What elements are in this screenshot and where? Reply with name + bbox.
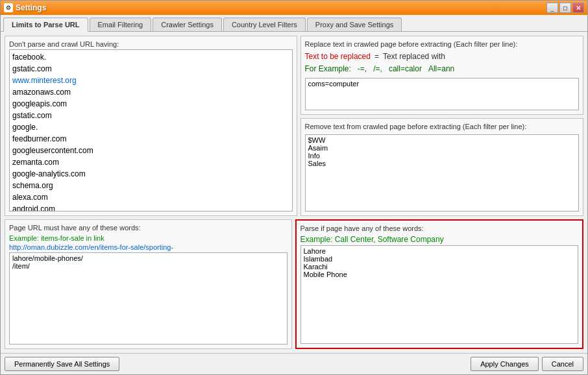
page-url-textarea[interactable]: lahore/mobile-phones/ /item/: [9, 252, 288, 345]
list-item: gstatic.com: [12, 110, 289, 121]
main-panels: Don't parse and crawl URL having: facebo…: [5, 36, 583, 216]
list-item: schema.org: [12, 180, 289, 191]
title-bar-left: ⚙ Settings: [4, 3, 46, 12]
tab-crawler-settings[interactable]: Crawler Settings: [153, 18, 222, 31]
tabs-bar: Limits to Parse URL Email Filtering Craw…: [1, 15, 587, 32]
settings-window: ⚙ Settings _ □ ✕ Limits to Parse URL Ema…: [0, 0, 588, 375]
page-url-example-label: Example: items-for-sale in link: [9, 234, 288, 242]
maximize-button[interactable]: □: [559, 3, 571, 13]
footer-left: Permanently Save All Settings: [5, 357, 119, 371]
dont-parse-title: Don't parse and crawl URL having:: [9, 40, 293, 48]
remove-section: Remove text from crawled page before ext…: [300, 118, 584, 216]
window-title: Settings: [16, 3, 46, 12]
tab-country-level-filters[interactable]: Country Level Filters: [223, 18, 306, 31]
title-bar-buttons: _ □ ✕: [546, 3, 584, 13]
page-url-section: Page URL must have any of these words: E…: [5, 219, 292, 349]
title-bar: ⚙ Settings _ □ ✕: [1, 1, 587, 15]
list-item: googleusercontent.com: [12, 145, 289, 156]
example-3: call=calor: [389, 64, 422, 73]
list-item: android.com: [12, 203, 289, 212]
right-panels: Replace text in crawled page before extr…: [300, 36, 584, 216]
parse-if-title: Parse if page have any of these words:: [300, 224, 579, 232]
save-all-button[interactable]: Permanently Save All Settings: [5, 357, 119, 371]
remove-textarea[interactable]: $WW Asaim Info Sales: [305, 134, 580, 212]
close-button[interactable]: ✕: [572, 3, 584, 13]
replace-header: Replace text in crawled page before extr…: [305, 40, 580, 48]
tab-limits-to-parse-url[interactable]: Limits to Parse URL: [3, 18, 88, 32]
list-item: amazonaws.com: [12, 86, 289, 98]
dont-parse-list[interactable]: facebook. gstatic.com www.minterest.org …: [9, 49, 293, 212]
list-item: google-analytics.com: [12, 168, 289, 180]
apply-changes-button[interactable]: Apply Changes: [471, 357, 539, 371]
footer-right: Apply Changes Cancel: [471, 357, 583, 371]
parse-if-textarea[interactable]: Lahore Islambad Karachi Mobile Phone: [300, 245, 579, 344]
example-2: /=,: [373, 64, 382, 73]
bottom-panels: Page URL must have any of these words: E…: [5, 219, 583, 349]
replace-textarea[interactable]: coms=computer: [305, 78, 580, 110]
list-item: facebook.: [12, 51, 289, 63]
minimize-button[interactable]: _: [546, 3, 558, 13]
replace-labels-row: Text to be replaced = Text replaced with: [305, 52, 580, 61]
replace-section: Replace text in crawled page before extr…: [300, 36, 584, 115]
replace-label-red: Text to be replaced: [305, 52, 371, 61]
tab-email-filtering[interactable]: Email Filtering: [90, 18, 152, 31]
page-url-example-link: http://oman.dubizzle.com/en/items-for-sa…: [9, 243, 288, 251]
list-item: gstatic.com: [12, 63, 289, 75]
list-item: googleapis.com: [12, 98, 289, 110]
list-item: alexa.com: [12, 191, 289, 203]
parse-if-section: Parse if page have any of these words: E…: [295, 219, 584, 349]
parse-if-example-label: Example: Call Center, Software Company: [300, 235, 579, 244]
replace-examples-row: For Example: -=, /=, call=calor All=ann: [305, 64, 580, 73]
list-item: feedburner.com: [12, 133, 289, 145]
remove-header: Remove text from crawled page before ext…: [305, 123, 580, 130]
list-item: www.minterest.org: [12, 75, 289, 86]
replace-label-black: Text replaced with: [383, 52, 445, 61]
content-area: Don't parse and crawl URL having: facebo…: [1, 32, 587, 353]
settings-icon: ⚙: [4, 3, 13, 12]
example-4: All=ann: [428, 64, 454, 73]
list-item: google.: [12, 121, 289, 133]
dont-parse-section: Don't parse and crawl URL having: facebo…: [5, 36, 297, 216]
example-1: -=,: [358, 64, 367, 73]
page-url-title: Page URL must have any of these words:: [9, 224, 288, 232]
replace-equals: =: [374, 52, 379, 61]
for-example-label: For Example:: [305, 64, 351, 73]
tab-proxy-and-save-settings[interactable]: Proxy and Save Settings: [307, 18, 402, 31]
cancel-button[interactable]: Cancel: [542, 357, 583, 371]
footer-bar: Permanently Save All Settings Apply Chan…: [1, 353, 587, 374]
list-item: zemanta.com: [12, 156, 289, 168]
